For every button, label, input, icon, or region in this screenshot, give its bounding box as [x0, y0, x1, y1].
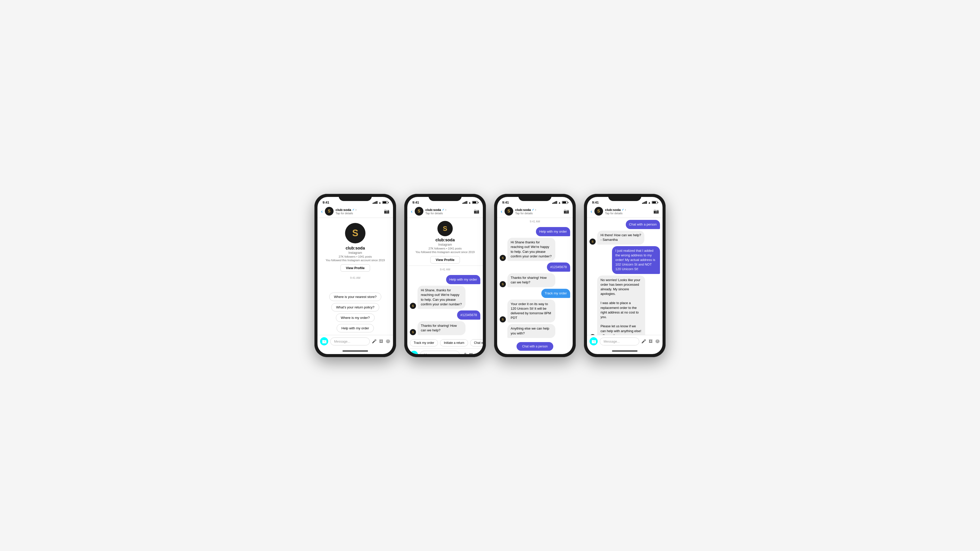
view-profile-button[interactable]: View Profile	[430, 256, 460, 264]
quick-reply-chip[interactable]: Track my order	[410, 339, 438, 346]
message-bubble: Hi Shane, thanks for reaching out! We're…	[417, 286, 466, 309]
image-icon[interactable]: 🖼	[469, 353, 473, 354]
verified-icon: ✓	[532, 208, 534, 211]
message-row: SThanks for sharing! How can we help?	[500, 273, 570, 287]
quick-reply-chip[interactable]: Where is your nearest store?	[329, 292, 382, 301]
back-button[interactable]: ‹	[411, 208, 413, 214]
battery-icon	[472, 201, 478, 204]
status-icons: ▲	[463, 201, 478, 204]
signal-icon	[642, 201, 647, 204]
video-icon[interactable]: 📷	[384, 208, 390, 214]
nav-name: club:soda✓›	[605, 208, 653, 212]
emoji-icon[interactable]: 😊	[386, 339, 390, 344]
message-bubble: Help with my order	[446, 275, 480, 284]
profile-stats: 27K followers • 1041 posts	[428, 247, 462, 250]
quick-reply-chip[interactable]: Chat with person	[470, 339, 483, 346]
phone-4: 9:41▲‹Sclub:soda✓›Tap for details📷Chat w…	[584, 194, 666, 357]
camera-button[interactable]: 📷	[320, 337, 328, 345]
message-bubble: Help with my order	[536, 227, 570, 236]
quick-reply-chip[interactable]: Where is my order?	[336, 313, 374, 322]
notch	[518, 194, 552, 201]
message-row: Anything else we can help you with?	[500, 324, 570, 338]
message-avatar: S	[500, 316, 506, 322]
video-icon[interactable]: 📷	[474, 208, 479, 214]
emoji-icon[interactable]: 😊	[655, 339, 660, 344]
status-icons: ▲	[372, 201, 388, 204]
message-row: SThanks for sharing! How can we help?	[410, 321, 480, 335]
home-indicator	[342, 351, 368, 351]
message-bubble: Thanks for sharing! How can we help?	[417, 321, 466, 335]
message-row: SHi Shane thanks for reaching out! We're…	[500, 238, 570, 261]
message-input[interactable]: Message...	[420, 351, 460, 354]
message-avatar: S	[410, 329, 416, 335]
chevron-icon: ›	[535, 208, 536, 211]
message-row: SHi Shane, thanks for reaching out! We'r…	[410, 286, 480, 309]
message-row: I just realized that I added the wrong a…	[590, 246, 660, 274]
battery-icon	[562, 201, 568, 204]
camera-button[interactable]: 📷	[590, 337, 598, 345]
input-icons: 🎤🖼😊	[372, 339, 390, 344]
back-button[interactable]: ‹	[590, 208, 592, 214]
message-row: SHi there! How can we help? - Samantha	[590, 230, 660, 245]
profile-partial: Sclub:sodaInstagram27K followers • 1041 …	[407, 218, 483, 266]
chat-content: Sclub:sodaInstagram27K followers • 1041 …	[318, 218, 393, 335]
quick-reply-chip[interactable]: Chat with a person	[517, 342, 553, 351]
nav-bar: ‹Sclub:soda✓›Tap for details📷	[318, 205, 393, 218]
status-time: 9:41	[412, 200, 419, 204]
messages: Help with my orderSHi Shane thanks for r…	[497, 225, 573, 340]
quick-reply-chip[interactable]: Help with my order	[337, 324, 374, 332]
nav-info: club:soda✓›Tap for details	[336, 208, 384, 215]
profile-platform: Instagram	[438, 243, 452, 246]
nav-bar: ‹Sclub:soda✓›Tap for details📷	[407, 205, 483, 218]
back-button[interactable]: ‹	[501, 208, 503, 214]
wifi-icon: ▲	[648, 201, 651, 204]
phone-screen: 9:41▲‹Sclub:soda✓›Tap for details📷9:41 A…	[497, 197, 573, 354]
chevron-icon: ›	[355, 208, 356, 211]
quick-reply-chip[interactable]: Initiate a return	[440, 339, 468, 346]
image-icon[interactable]: 🖼	[649, 339, 652, 344]
phone-screen: 9:41▲‹Sclub:soda✓›Tap for details📷Chat w…	[587, 197, 662, 354]
status-time: 9:41	[592, 200, 599, 204]
message-bubble: Track my order	[541, 289, 570, 298]
verified-icon: ✓	[622, 208, 624, 211]
message-input[interactable]: Message...	[600, 338, 639, 345]
quick-reply-chip[interactable]: What's your return policy?	[331, 303, 379, 311]
nav-subtitle[interactable]: Tap for details	[425, 212, 474, 215]
message-row: Track my order	[500, 289, 570, 298]
home-indicator	[612, 351, 638, 351]
microphone-icon[interactable]: 🎤	[372, 339, 377, 344]
image-icon[interactable]: 🖼	[379, 339, 383, 344]
status-icons: ▲	[552, 201, 568, 204]
nav-name: club:soda✓›	[425, 208, 474, 212]
video-icon[interactable]: 📷	[563, 208, 569, 214]
input-bar: 📷Message...🎤🖼😊	[407, 348, 483, 354]
video-icon[interactable]: 📷	[653, 208, 659, 214]
nav-subtitle[interactable]: Tap for details	[336, 212, 384, 215]
input-bar: 📷Message...🎤🖼😊	[497, 353, 573, 354]
message-avatar: S	[500, 281, 506, 287]
nav-subtitle[interactable]: Tap for details	[515, 212, 563, 215]
notch	[608, 194, 641, 201]
back-button[interactable]: ‹	[321, 208, 323, 214]
signal-icon	[552, 201, 557, 204]
message-bubble: Thanks for sharing! How can we help?	[508, 273, 555, 287]
profile-avatar: S	[345, 223, 366, 243]
timestamp: 9:41 AM	[318, 276, 393, 279]
message-avatar: S	[590, 238, 596, 245]
message-avatar: S	[500, 255, 506, 261]
view-profile-button[interactable]: View Profile	[340, 264, 370, 272]
camera-button[interactable]: 📷	[410, 351, 418, 354]
profile-since: You followed this Instagram account sinc…	[415, 251, 475, 254]
message-bubble: Hi there! How can we help? - Samantha	[597, 230, 644, 245]
profile-platform: Instagram	[348, 251, 362, 254]
message-row: SYour order it on its way to 120 Unicorn…	[500, 300, 570, 323]
battery-icon	[652, 201, 657, 204]
microphone-icon[interactable]: 🎤	[641, 339, 646, 344]
microphone-icon[interactable]: 🎤	[462, 353, 466, 354]
quick-replies: Where is your nearest store?What's your …	[318, 290, 393, 335]
nav-subtitle[interactable]: Tap for details	[605, 212, 653, 215]
verified-icon: ✓	[442, 208, 444, 211]
emoji-icon[interactable]: 😊	[476, 353, 480, 354]
message-input[interactable]: Message...	[330, 338, 370, 345]
signal-icon	[463, 201, 467, 204]
